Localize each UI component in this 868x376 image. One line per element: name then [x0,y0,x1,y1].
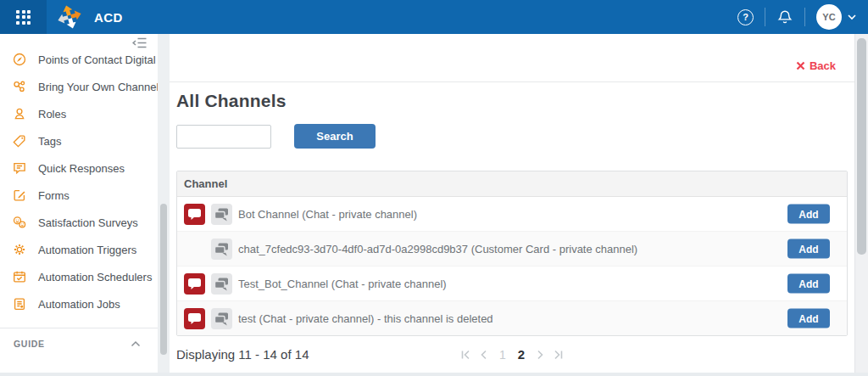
last-page-button[interactable] [549,345,568,364]
sidebar-item-label: Points of Contact Digital [38,53,156,66]
sidebar-item-label: Forms [38,189,70,202]
page-1-button[interactable]: 1 [493,348,512,362]
form-pencil-icon [12,188,27,203]
sidebar-item-guide[interactable]: GUIDE [0,328,158,359]
sidebar-item-label: Roles [38,108,66,121]
next-page-button[interactable] [531,345,549,364]
bell-icon[interactable] [776,8,793,25]
jobs-icon [12,296,27,311]
sidebar-item-label: Bring Your Own Channel [38,81,159,93]
window-scrollbar [854,34,868,373]
table-row: Bot Channel (Chat - private channel)Add [177,197,847,231]
sidebar-item-roles[interactable]: Roles [0,100,158,127]
forum-icon [211,204,232,225]
sidebar-item-automation-schedulers[interactable]: Automation Schedulers [0,263,158,290]
apps-grid-icon [16,10,31,25]
pagination-controls: 12 [456,345,568,364]
channel-cell: Test_Bot_Channel (Chat - private channel… [184,272,659,295]
chevron-right-icon [534,349,546,361]
channel-label: Test_Bot_Channel (Chat - private channel… [238,278,447,290]
search-button[interactable]: Search [294,124,376,149]
prev-page-button[interactable] [475,345,493,364]
smileys-icon [12,215,27,230]
channel-label: Bot Channel (Chat - private channel) [238,208,417,221]
window-scrollbar-thumb[interactable] [857,38,866,255]
main-content: All Channels Search Channel Bot Channel … [170,82,854,373]
sidebar-nav: Points of Contact DigitalBring Your Own … [0,34,158,317]
icon-spacer [184,239,205,260]
table-row: test (Chat - private channel) - this cha… [177,300,847,335]
back-label: Back [810,59,836,72]
app-body: Points of Contact DigitalBring Your Own … [0,34,868,373]
forum-icon [211,308,232,329]
pagination: Displaying 11 - 14 of 14 12 [176,336,848,373]
sidebar-item-automation-jobs[interactable]: Automation Jobs [0,290,158,317]
help-icon[interactable]: ? [737,9,754,25]
user-menu[interactable]: YC [816,4,856,30]
sidebar: Points of Contact DigitalBring Your Own … [0,34,158,373]
topbar-divider [765,8,765,26]
pagination-summary: Displaying 11 - 14 of 14 [176,347,309,362]
page-2-button[interactable]: 2 [512,347,531,362]
sidebar-item-forms[interactable]: Forms [0,182,158,209]
channel-label: chat_7cfedc93-3d70-4df0-ad7d-0a2998cd9b3… [238,243,637,255]
main-header-bar: Back [170,34,854,82]
app-switcher-button[interactable] [0,0,47,34]
chat-red-icon [184,204,205,225]
channels-table: Channel Bot Channel (Chat - private chan… [176,171,848,336]
first-page-button[interactable] [456,345,475,364]
sidebar-item-label: Automation Schedulers [38,271,152,283]
chevron-up-icon [131,340,141,347]
close-icon [796,61,805,70]
add-button[interactable]: Add [787,274,830,294]
sidebar-item-label: Automation Jobs [38,298,120,311]
nodes-icon [12,79,27,94]
channel-cell: chat_7cfedc93-3d70-4df0-ad7d-0a2998cd9b3… [184,238,659,260]
add-button[interactable]: Add [787,239,830,259]
back-button[interactable]: Back [796,59,836,72]
channel-cell: test (Chat - private channel) - this cha… [184,307,659,329]
search-row: Search [176,124,848,149]
avatar-initials: YC [822,12,835,22]
forum-icon [211,273,232,295]
app-name: ACD [94,10,123,25]
sidebar-item-tags[interactable]: Tags [0,127,158,154]
avatar: YC [816,4,842,30]
sidebar-scrollbar-thumb[interactable] [160,204,167,355]
compass-icon [12,52,27,67]
sidebar-item-label: Satisfaction Surveys [38,216,138,229]
calendar-check-icon [12,269,27,284]
channel-label: test (Chat - private channel) - this cha… [238,312,493,325]
app-logo-icon [55,3,84,31]
tag-icon [12,133,27,149]
sidebar-item-bring-your-own-channel[interactable]: Bring Your Own Channel [0,73,158,100]
channel-cell: Bot Channel (Chat - private channel) [184,203,659,225]
topbar-divider [804,8,805,26]
chevron-down-icon [848,14,856,20]
sidebar-item-quick-responses[interactable]: Quick Responses [0,154,158,182]
search-input[interactable] [176,125,271,149]
chevron-left-icon [478,349,490,361]
last-page-icon [553,349,565,361]
sidebar-item-automation-triggers[interactable]: Automation Triggers [0,236,158,263]
collapse-sidebar-icon[interactable] [131,36,147,53]
comment-icon [12,160,27,176]
sidebar-item-label: Quick Responses [38,162,125,175]
chat-red-icon [184,273,205,295]
guide-label: GUIDE [14,339,45,349]
table-rows: Bot Channel (Chat - private channel)Addc… [177,197,847,335]
sidebar-item-label: Automation Triggers [38,244,136,256]
table-header-channel: Channel [177,171,847,197]
chat-red-icon [184,308,205,329]
sidebar-item-label: Tags [38,135,61,148]
top-bar: ACD ? YC [0,0,868,34]
sidebar-item-satisfaction-surveys[interactable]: Satisfaction Surveys [0,209,158,236]
first-page-icon [459,349,471,361]
add-button[interactable]: Add [787,205,830,224]
forum-icon [211,239,232,260]
main-panel: Back All Channels Search Channel Bot Cha… [170,34,854,373]
add-button[interactable]: Add [787,309,830,328]
gear-icon [12,242,27,257]
page-title: All Channels [176,91,848,111]
table-row: Test_Bot_Channel (Chat - private channel… [177,266,847,300]
